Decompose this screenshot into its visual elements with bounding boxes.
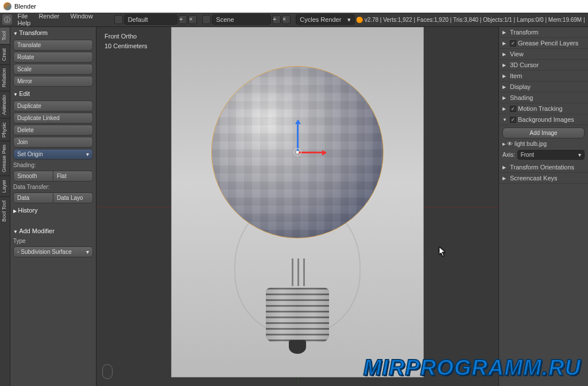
eye-icon[interactable]: 👁: [507, 141, 513, 147]
view-scale: 10 Centimeters: [105, 41, 148, 51]
rp-view[interactable]: ▶View: [499, 49, 588, 60]
scale-button[interactable]: Scale: [13, 64, 93, 75]
scene-select[interactable]: Scene: [212, 14, 271, 25]
properties-region: ▶Transform ▶✓Grease Pencil Layers ▶View …: [498, 27, 588, 386]
tool-category-tabs: Tool Creat Relation Animatio Physic Grea…: [0, 27, 10, 386]
gizmo-z-axis[interactable]: [297, 121, 299, 152]
top-menu-bar: ⓘ File Render Window Help Default + × Sc…: [0, 13, 588, 27]
rotate-button[interactable]: Rotate: [13, 52, 93, 63]
rp-transform-orientations[interactable]: ▶Transform Orientations: [499, 162, 588, 173]
3d-viewport[interactable]: Front Ortho 10 Centimeters: [96, 27, 498, 386]
gizmo-origin[interactable]: [293, 148, 301, 156]
data-layout-button[interactable]: Data Layo: [53, 192, 93, 203]
vtab-bool-tool[interactable]: Bool Tool: [0, 196, 10, 225]
blender-logo-icon: [3, 2, 11, 10]
vtab-animation[interactable]: Animatio: [0, 91, 10, 118]
bg-image-entry[interactable]: ▶👁light bulb.jpg: [502, 141, 585, 147]
bg-images-content: Add Image ▶👁light bulb.jpg Axis: Front▾: [499, 125, 588, 162]
scene-add-icon[interactable]: +: [272, 15, 281, 24]
rp-shading[interactable]: ▶Shading: [499, 92, 588, 103]
panel-add-modifier[interactable]: Add Modifier: [10, 225, 96, 237]
gizmo-x-axis[interactable]: [297, 152, 326, 153]
rp-background-images[interactable]: ▼✓Background Images: [499, 114, 588, 125]
tool-shelf: Transform Translate Rotate Scale Mirror …: [10, 27, 96, 386]
app-title: Blender: [14, 3, 36, 10]
rp-3d-cursor[interactable]: ▶3D Cursor: [499, 60, 588, 71]
axis-label: Axis:: [502, 152, 515, 158]
menu-render[interactable]: Render: [34, 10, 64, 22]
stats-readout: 🟠 v2.78 | Verts:1,922 | Faces:1,920 | Tr…: [356, 17, 586, 23]
data-transfer-label: Data Transfer:: [10, 183, 96, 191]
vtab-relation[interactable]: Relation: [0, 64, 10, 91]
vtab-grease-pencil[interactable]: Grease Pen: [0, 141, 10, 176]
rp-screencast-keys[interactable]: ▶Screencast Keys: [499, 173, 588, 184]
vtab-physics[interactable]: Physic: [0, 118, 10, 141]
rp-display[interactable]: ▶Display: [499, 82, 588, 92]
rp-grease-pencil[interactable]: ▶✓Grease Pencil Layers: [499, 38, 588, 49]
duplicate-linked-button[interactable]: Duplicate Linked: [13, 113, 93, 123]
layout-select[interactable]: Default: [124, 14, 177, 25]
layout-browse-icon[interactable]: [114, 15, 123, 24]
menu-window[interactable]: Window: [66, 10, 98, 22]
panel-transform[interactable]: Transform: [10, 27, 96, 38]
duplicate-button[interactable]: Duplicate: [13, 101, 93, 111]
bulb-contact-tip: [289, 340, 306, 354]
viewport-info: Front Ortho 10 Centimeters: [105, 32, 148, 51]
info-icon[interactable]: ⓘ: [2, 14, 12, 25]
axis-select[interactable]: Front▾: [517, 150, 585, 160]
render-engine-select[interactable]: Cycles Render▾: [296, 14, 355, 25]
set-origin-button[interactable]: Set Origin ▾: [13, 149, 93, 160]
rp-transform[interactable]: ▶Transform: [499, 27, 588, 38]
add-image-button[interactable]: Add Image: [502, 128, 585, 138]
smooth-button[interactable]: Smooth: [13, 171, 53, 182]
vtab-tool[interactable]: Tool: [0, 27, 10, 44]
view-name: Front Ortho: [105, 32, 148, 41]
workspace: Tool Creat Relation Animatio Physic Grea…: [0, 27, 588, 386]
modifier-type-label: Type: [10, 237, 96, 245]
bg-checkbox[interactable]: ✓: [510, 117, 516, 123]
scene-browse-icon[interactable]: [202, 15, 211, 24]
main-menu: File Render Window Help: [13, 13, 113, 26]
layout-remove-icon[interactable]: ×: [188, 15, 197, 24]
panel-history[interactable]: History: [10, 204, 96, 216]
bulb-screw-thread: [266, 288, 329, 342]
join-button[interactable]: Join: [13, 137, 93, 148]
modifier-select[interactable]: ▫ Subdivision Surface ▾: [13, 246, 93, 257]
panel-edit[interactable]: Edit: [10, 88, 96, 99]
mirror-button[interactable]: Mirror: [13, 76, 93, 87]
translate-button[interactable]: Translate: [13, 40, 93, 51]
scene-remove-icon[interactable]: ×: [282, 15, 291, 24]
vtab-create[interactable]: Creat: [0, 44, 10, 64]
rp-motion-tracking[interactable]: ▶✓Motion Tracking: [499, 103, 588, 114]
flat-button[interactable]: Flat: [53, 171, 93, 182]
delete-button[interactable]: Delete: [13, 125, 93, 136]
mouse-hint-icon: [102, 364, 113, 379]
grease-checkbox[interactable]: ✓: [510, 40, 516, 47]
layout-add-icon[interactable]: +: [179, 15, 187, 24]
vtab-layer[interactable]: Layer: [0, 176, 10, 196]
mouse-cursor-icon: [439, 246, 447, 258]
data-button[interactable]: Data: [13, 192, 53, 203]
rp-item[interactable]: ▶Item: [499, 71, 588, 82]
watermark: MIRPROGRAMM.RU: [363, 356, 581, 380]
motion-checkbox[interactable]: ✓: [510, 106, 516, 112]
shading-label: Shading:: [10, 161, 96, 169]
